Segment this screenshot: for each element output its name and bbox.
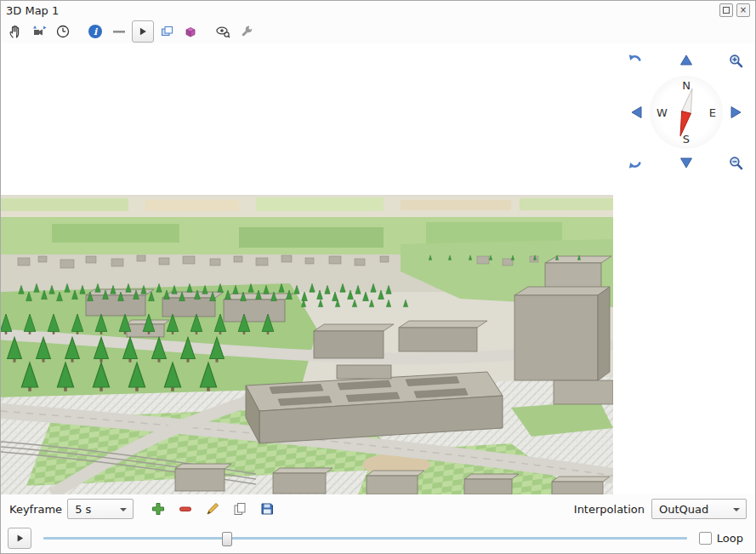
timeline-slider[interactable] [43,529,687,547]
camera-move-icon [31,24,47,39]
animation-clock-icon [55,24,71,39]
timeline-play-button[interactable] [8,528,31,549]
slider-handle[interactable] [222,532,232,546]
move-left-button[interactable] [628,104,645,121]
chevron-down-icon [733,508,740,511]
configure-wrench-icon [239,24,254,39]
rotate-cw-icon [628,155,643,170]
3d-map-window: 3D Map 1 × [0,0,756,554]
keyframe-bar: Keyframe 5 s [1,494,755,523]
up-arrow-icon [679,53,694,68]
remove-icon [178,501,193,517]
chevron-down-icon [120,508,127,511]
keyframe-value: 5 s [75,503,91,516]
slider-groove[interactable] [43,537,687,540]
zoom-out-button[interactable] [727,154,744,171]
remove-keyframe-button[interactable] [174,498,196,520]
interpolation-value: OutQuad [659,503,708,516]
right-arrow-icon [728,105,743,120]
left-arrow-icon [629,105,645,120]
play-icon [14,533,26,544]
configure-button[interactable] [236,20,258,43]
keyframe-label: Keyframe [9,503,62,516]
compass[interactable]: N S W E [650,76,723,149]
measure-line-icon [111,24,127,39]
animation-button[interactable] [52,20,74,43]
tilt-down-button[interactable] [678,154,695,171]
pan-hand-icon [8,24,23,39]
close-icon: × [740,6,747,14]
tilt-up-button[interactable] [678,52,695,69]
loop-checkbox[interactable] [699,532,712,545]
save-disk-icon [259,501,275,517]
titlebar[interactable]: 3D Map 1 × [1,1,755,20]
play-animation-button[interactable] [132,20,154,43]
3d-map-viewport[interactable] [1,43,613,494]
camera-control-button[interactable] [28,20,50,43]
zoom-in-button[interactable] [727,52,744,69]
export-scene-icon [159,24,174,39]
move-right-button[interactable] [727,104,744,121]
copy-icon [232,501,247,517]
navigation-panel: N S W E [613,43,755,494]
float-icon [723,7,730,14]
export-scene-button[interactable] [156,20,178,43]
zoom-out-icon [728,155,744,171]
float-button[interactable] [719,3,733,17]
identify-icon: i [88,25,102,38]
save-animation-button[interactable] [256,498,278,520]
rotate-cw-button[interactable] [627,154,644,171]
add-icon [151,501,166,517]
main-area: N S W E [1,43,755,494]
window-title: 3D Map 1 [6,4,59,17]
interpolation-select[interactable]: OutQuad [651,499,747,519]
eye-dome-icon [215,24,230,39]
effects-3d-button[interactable] [179,20,202,43]
timeline-bar: Loop [1,523,755,553]
rotate-ccw-icon [628,53,643,68]
3d-scene [1,43,613,494]
zoom-in-icon [728,53,744,69]
interpolation-label: Interpolation [574,503,645,516]
identify-button[interactable]: i [84,20,106,43]
compass-needle [650,76,723,149]
eye-dome-lighting-button[interactable] [212,20,234,43]
effects-3d-cube-icon [183,24,198,39]
edit-pencil-icon [205,501,220,517]
edit-keyframe-button[interactable] [202,498,224,520]
identify-glyph: i [94,26,97,37]
down-arrow-icon [679,155,694,170]
rotate-ccw-button[interactable] [627,52,644,69]
loop-label: Loop [717,532,743,545]
close-button[interactable]: × [736,3,750,17]
duplicate-keyframe-button[interactable] [229,498,251,520]
measure-line-button[interactable] [108,20,130,43]
window-chrome: × [719,3,750,17]
toolbar: i [1,20,755,43]
pan-button[interactable] [4,20,26,43]
add-keyframe-button[interactable] [147,498,169,520]
keyframe-select[interactable]: 5 s [67,499,134,519]
play-icon [137,26,149,37]
